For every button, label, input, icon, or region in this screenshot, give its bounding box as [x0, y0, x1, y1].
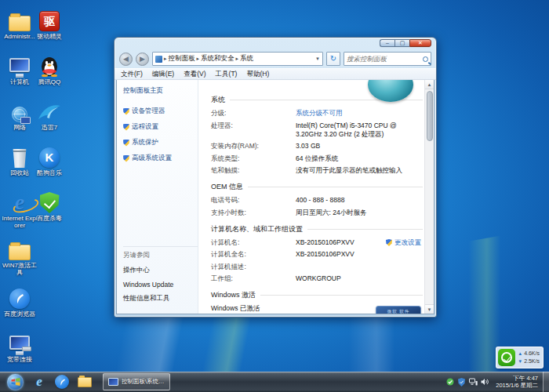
system-type-label: 系统类型:	[211, 154, 296, 163]
full-name-value: XB-20150106PXVV	[296, 250, 354, 259]
sidebar-item-performance-tools[interactable]: 性能信息和工具	[123, 294, 198, 303]
rating-link[interactable]: 系统分级不可用	[296, 109, 343, 118]
genuine-windows-badge[interactable]: 微软 软件 正版授权 安全 放心 承诺	[376, 306, 421, 314]
navigation-toolbar: ◀ ▶ ▸ 控制面板 ▸ 系统和安全 ▸ 系统 ▼ ↻	[115, 49, 436, 68]
search-box[interactable]	[344, 52, 431, 66]
description-label: 计算机描述:	[211, 263, 296, 271]
desktop-icon-baidu-antivirus[interactable]: 百度杀毒	[31, 188, 67, 222]
uac-shield-icon	[123, 140, 129, 147]
folder-icon	[2, 235, 38, 260]
menu-file[interactable]: 文件(F)	[121, 70, 143, 79]
close-button[interactable]: ✕	[409, 39, 431, 47]
rating-label: 分级:	[211, 109, 296, 118]
system-window: – ▢ ✕ ◀ ▶ ▸ 控制面板 ▸ 系统和安全 ▸ 系统 ▼ ↻ 文件(F) …	[114, 37, 437, 318]
support-hours-label: 支持小时数:	[211, 209, 296, 217]
ram-value: 3.03 GB	[296, 142, 320, 151]
menu-bar: 文件(F) 编辑(E) 查看(V) 工具(T) 帮助(H)	[115, 68, 436, 80]
pen-touch-label: 笔和触摸:	[211, 166, 296, 175]
sidebar-item-remote-settings[interactable]: 远程设置	[123, 122, 198, 132]
taskbar-ie-icon[interactable]: e	[30, 373, 49, 390]
menu-help[interactable]: 帮助(H)	[246, 70, 269, 79]
kugou-music-icon: K	[31, 143, 67, 168]
window-titlebar[interactable]: – ▢ ✕	[115, 38, 436, 49]
address-bar[interactable]: ▸ 控制面板 ▸ 系统和安全 ▸ 系统 ▼	[152, 52, 323, 66]
netspeed-readout: ▲ 4.6K/s ▼ 2.5K/s	[518, 350, 540, 365]
thunder-bird-icon	[31, 97, 67, 122]
computer-name-value: XB-20150106PXVV	[296, 238, 354, 247]
menu-edit[interactable]: 编辑(E)	[152, 70, 174, 79]
desktop-icon-thunder7[interactable]: 迅雷7	[31, 97, 67, 131]
processor-label: 处理器:	[211, 122, 296, 139]
minimize-button[interactable]: –	[380, 39, 394, 47]
scroll-up-arrow[interactable]: ▲	[425, 80, 434, 89]
green-shield-icon	[31, 188, 67, 213]
show-desktop-button[interactable]	[543, 372, 549, 392]
desktop-icon-baidu-browser[interactable]: 百度浏览器	[2, 284, 38, 318]
taskbar-browser-icon[interactable]	[53, 373, 71, 390]
ram-label: 安装内存(RAM):	[211, 142, 296, 151]
processor-value: Intel(R) Core(TM) i5-3470 CPU @ 3.20GHz …	[296, 122, 423, 139]
maximize-button[interactable]: ▢	[394, 39, 409, 47]
desktop-icon-qq[interactable]: 腾讯QQ	[31, 52, 67, 85]
sidebar-item-action-center[interactable]: 操作中心	[123, 266, 198, 275]
workgroup-value: WORKGROUP	[296, 274, 341, 283]
support-hours-value: 周日至周六: 24小时服务	[296, 209, 367, 217]
address-dropdown-icon[interactable]: ▼	[315, 56, 320, 61]
start-button[interactable]	[7, 374, 24, 390]
tray-volume-icon[interactable]	[481, 378, 489, 387]
uac-shield-icon	[123, 108, 129, 115]
sidebar-item-advanced-settings[interactable]: 高级系统设置	[123, 154, 198, 163]
sidebar-item-windows-update[interactable]: Windows Update	[123, 281, 198, 289]
phone-value: 400 - 888 - 8888	[296, 196, 344, 205]
active-task-button[interactable]: 控制面板\系统和安全\系统	[103, 373, 170, 390]
system-tray	[445, 378, 493, 387]
security-netspeed-widget[interactable]: ▲ 4.6K/s ▼ 2.5K/s	[496, 347, 544, 368]
sidebar-item-system-protection[interactable]: 系统保护	[123, 138, 198, 147]
back-button[interactable]: ◀	[119, 53, 133, 66]
workgroup-label: 工作组:	[211, 274, 296, 283]
section-oem: OEM 信息	[211, 182, 243, 192]
scroll-down-arrow[interactable]: ▼	[425, 304, 434, 314]
desktop-icon-kugou[interactable]: K 酷狗音乐	[31, 143, 67, 176]
change-settings-link[interactable]: 更改设置	[386, 238, 421, 248]
driver-genius-icon: 驱	[31, 6, 67, 31]
tray-action-center-icon[interactable]	[445, 378, 454, 387]
search-icon	[423, 56, 428, 62]
taskbar: e 控制面板\系统和安全\系统 下午 4:47 2015/1/6 星期二	[0, 372, 549, 392]
section-system: 系统	[211, 95, 225, 105]
qq-penguin-icon	[31, 52, 67, 77]
safety-check-icon[interactable]	[498, 349, 515, 366]
uac-shield-icon	[386, 239, 392, 246]
tray-defender-shield-icon[interactable]	[457, 378, 466, 387]
menu-view[interactable]: 查看(V)	[184, 70, 205, 79]
section-computer-name: 计算机名称、域和工作组设置	[211, 224, 303, 234]
vertical-scrollbar[interactable]: ▲ ▼	[424, 80, 434, 314]
search-input[interactable]	[347, 55, 423, 63]
breadcrumb-system-security[interactable]: 系统和安全	[201, 54, 235, 64]
computer-name-label: 计算机名:	[211, 238, 296, 247]
sidebar-item-device-manager[interactable]: 设备管理器	[123, 107, 198, 116]
tray-network-icon[interactable]	[469, 378, 478, 387]
feather-circle-icon	[2, 284, 38, 309]
breadcrumb-system[interactable]: 系统	[240, 54, 253, 64]
uac-shield-icon	[123, 155, 129, 162]
breadcrumb-control-panel[interactable]: 控制面板	[169, 54, 195, 64]
refresh-button[interactable]: ↻	[326, 52, 340, 66]
sidebar: 控制面板主页 设备管理器 远程设置 系统保护 高级系统设置 另请参阅 操作中心 …	[117, 80, 198, 314]
full-name-label: 计算机全名:	[211, 250, 296, 259]
taskbar-clock[interactable]: 下午 4:47 2015/1/6 星期二	[493, 375, 543, 389]
scrollbar-thumb[interactable]	[427, 91, 433, 141]
section-activation: Windows 激活	[211, 290, 256, 300]
activation-status: Windows 已激活	[211, 304, 260, 313]
system-window-icon	[108, 378, 118, 386]
see-also-header: 另请参阅	[123, 246, 198, 260]
system-info-panel: 系统 分级:系统分级不可用 处理器:Intel(R) Core(TM) i5-3…	[198, 80, 434, 314]
desktop-icon-win7-activator[interactable]: WIN7激活工具	[2, 235, 38, 276]
menu-tools[interactable]: 工具(T)	[216, 70, 238, 79]
system-type-value: 64 位操作系统	[296, 154, 338, 163]
desktop-icon-broadband[interactable]: 宽带连接	[2, 329, 38, 363]
forward-button[interactable]: ▶	[136, 53, 149, 66]
sidebar-item-control-panel-home[interactable]: 控制面板主页	[123, 86, 198, 96]
taskbar-explorer-icon[interactable]	[75, 373, 94, 390]
desktop-icon-driver-genius[interactable]: 驱 驱动精灵	[31, 6, 67, 40]
